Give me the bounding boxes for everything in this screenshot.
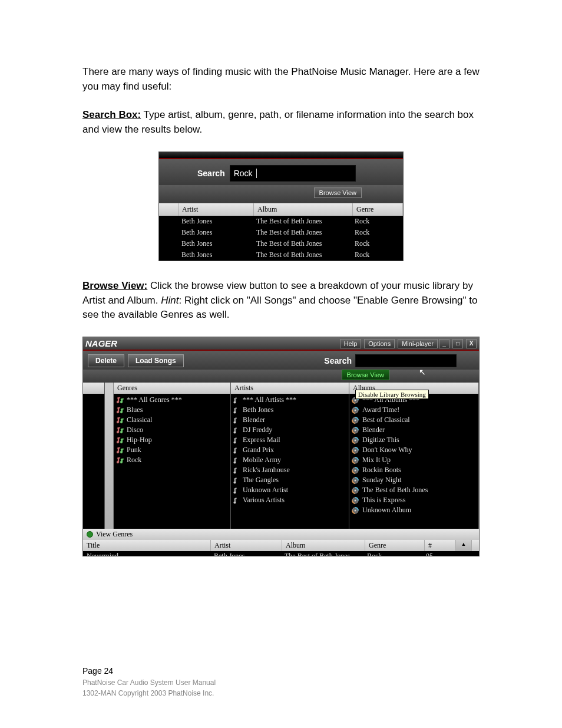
album-item-icon (352, 457, 360, 464)
mini-player-menu[interactable]: Mini-player (398, 339, 438, 348)
col-genre-2[interactable]: Genre (365, 540, 425, 551)
figure-search: Search Rock Browse View Artist Album Gen… (82, 151, 480, 262)
browse-view-label: Browse View: (82, 280, 147, 291)
album-item-icon (352, 497, 360, 504)
svg-point-9 (234, 492, 236, 493)
page-footer: Page 24 PhatNoise Car Audio System User … (82, 665, 216, 699)
text-caret-icon (256, 169, 257, 178)
browse-view-button-active[interactable]: Browse View (342, 370, 389, 380)
gutter-pane (83, 383, 105, 529)
col-artist[interactable]: Artist (178, 203, 254, 216)
footer-line-2: 1302-MAN Copyright 2003 PhatNoise Inc. (82, 689, 216, 699)
minimize-button[interactable]: _ (439, 339, 449, 348)
genre-item-icon (116, 407, 124, 414)
artist-item-icon (233, 457, 240, 464)
genre-item[interactable]: Blues (114, 405, 230, 415)
artist-item[interactable]: DJ Freddy (231, 425, 349, 435)
genre-item[interactable]: Disco (114, 425, 230, 435)
album-item-icon (352, 507, 360, 514)
artist-item[interactable]: Various Artists (231, 495, 349, 505)
genre-item[interactable]: Hip-Hop (114, 435, 230, 445)
hint-word: Hint (161, 295, 178, 306)
album-item-icon (352, 407, 360, 414)
result-row[interactable]: Beth JonesThe Best of Beth JonesRock (159, 249, 403, 261)
artists-header[interactable]: Artists (231, 383, 349, 394)
song-row[interactable]: Nevermind Beth Jones The Best of Beth Jo… (83, 551, 479, 556)
album-item[interactable]: Unknown Album (349, 505, 478, 515)
album-item[interactable]: Best of Classical (349, 415, 478, 425)
album-item[interactable]: Digitize This (349, 435, 478, 445)
search-label-2: Search (324, 356, 352, 365)
svg-point-16 (355, 419, 356, 421)
genre-item[interactable]: *** All Genres *** (114, 395, 230, 405)
result-row[interactable]: Beth JonesThe Best of Beth JonesRock (159, 216, 403, 227)
song-columns: Title Artist Album Genre # ▲ (83, 540, 479, 551)
window-title-fragment: NAGER (85, 338, 339, 348)
album-item[interactable]: This is Express (349, 495, 478, 505)
col-album-2[interactable]: Album (282, 540, 365, 551)
artist-item-icon (233, 427, 240, 434)
search-input[interactable]: Rock (230, 165, 356, 182)
artist-item[interactable]: Blender (231, 415, 349, 425)
artist-item-icon (233, 487, 240, 494)
svg-point-18 (355, 429, 356, 431)
genre-item-icon (116, 447, 124, 454)
svg-point-12 (355, 399, 356, 401)
album-item-icon (352, 487, 360, 494)
genre-item[interactable]: Rock (114, 455, 230, 465)
help-menu[interactable]: Help (340, 339, 362, 348)
result-row[interactable]: Beth JonesThe Best of Beth JonesRock (159, 238, 403, 249)
album-item[interactable]: Blender (349, 425, 478, 435)
artist-item[interactable]: The Gangles (231, 475, 349, 485)
load-songs-button[interactable]: Load Songs (128, 354, 184, 367)
artist-item[interactable]: Beth Jones (231, 405, 349, 415)
genre-item[interactable]: Punk (114, 445, 230, 455)
col-album[interactable]: Album (254, 203, 353, 216)
artist-item[interactable]: Grand Prix (231, 445, 349, 455)
album-item[interactable]: Don't Know Why (349, 445, 478, 455)
cursor-icon: ↖ (419, 368, 426, 377)
artists-pane: Artists *** All Artists ***Beth JonesBle… (231, 383, 349, 529)
genre-item-icon (116, 427, 124, 434)
genres-header[interactable]: Genres (114, 383, 230, 394)
browse-view-button[interactable]: Browse View (314, 187, 362, 198)
artist-item-icon (233, 437, 240, 444)
maximize-button[interactable]: □ (452, 339, 463, 348)
album-item[interactable]: Award Time! (349, 405, 478, 415)
result-row[interactable]: Beth JonesThe Best of Beth JonesRock (159, 227, 403, 238)
album-item[interactable]: Mix It Up (349, 455, 478, 465)
genre-item-icon (116, 417, 124, 424)
artist-item[interactable]: *** All Artists *** (231, 395, 349, 405)
results-header: Artist Album Genre (159, 203, 403, 216)
scroll-up-icon[interactable]: ▲ (456, 540, 472, 551)
footer-line-1: PhatNoise Car Audio System User Manual (82, 678, 216, 688)
artist-item[interactable]: Unknown Artist (231, 485, 349, 495)
artist-item[interactable]: Express Mail (231, 435, 349, 445)
view-genres-row[interactable]: View Genres (83, 529, 479, 540)
genre-item-icon (116, 457, 124, 464)
artist-item[interactable]: Mobile Army (231, 455, 349, 465)
col-title[interactable]: Title (83, 540, 211, 551)
album-item-icon (352, 477, 360, 484)
svg-point-4 (234, 442, 236, 443)
svg-point-26 (355, 469, 356, 471)
genre-item-icon (116, 397, 124, 404)
col-genre[interactable]: Genre (353, 203, 403, 216)
svg-point-20 (355, 439, 356, 441)
splitter[interactable] (105, 383, 114, 529)
album-item-icon (352, 447, 360, 454)
album-item[interactable]: Rockin Boots (349, 465, 478, 475)
svg-point-5 (234, 452, 236, 453)
artist-item[interactable]: Rick's Jamhouse (231, 465, 349, 475)
col-num[interactable]: # (425, 540, 456, 551)
col-artist-2[interactable]: Artist (211, 540, 282, 551)
options-menu[interactable]: Options (364, 339, 395, 348)
close-button[interactable]: X (466, 339, 477, 348)
album-item[interactable]: The Best of Beth Jones (349, 485, 478, 495)
delete-button[interactable]: Delete (88, 354, 124, 367)
album-item[interactable]: Sunday Night (349, 475, 478, 485)
search-input-2[interactable] (355, 354, 457, 367)
genre-item[interactable]: Classical (114, 415, 230, 425)
artist-item-icon (233, 477, 240, 484)
artist-item-icon (233, 467, 240, 474)
